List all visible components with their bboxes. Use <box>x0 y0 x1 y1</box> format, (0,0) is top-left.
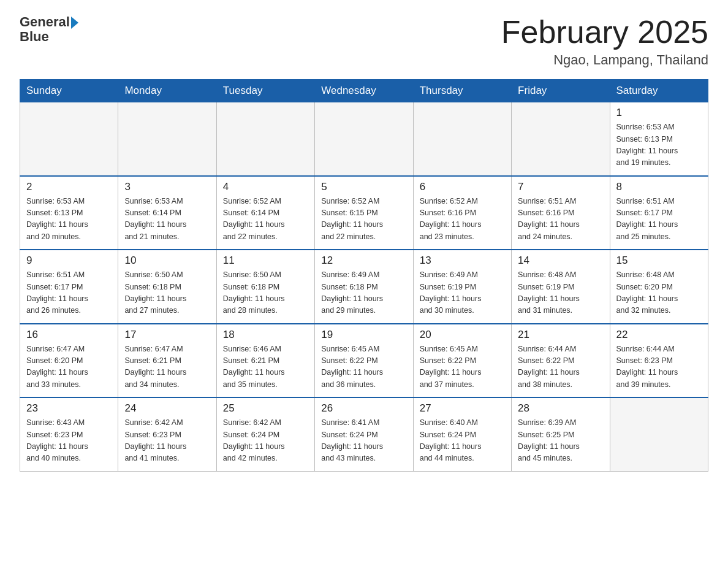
day-number: 2 <box>26 181 112 193</box>
location-title: Ngao, Lampang, Thailand <box>501 52 708 68</box>
day-info: Sunrise: 6:43 AM Sunset: 6:23 PM Dayligh… <box>26 417 112 465</box>
day-number: 8 <box>616 181 702 193</box>
table-row: 4Sunrise: 6:52 AM Sunset: 6:14 PM Daylig… <box>216 176 314 250</box>
day-number: 28 <box>518 402 603 415</box>
table-row: 13Sunrise: 6:49 AM Sunset: 6:19 PM Dayli… <box>413 250 511 324</box>
day-number: 18 <box>223 329 308 341</box>
table-row: 7Sunrise: 6:51 AM Sunset: 6:16 PM Daylig… <box>512 176 610 250</box>
table-row: 21Sunrise: 6:44 AM Sunset: 6:22 PM Dayli… <box>512 324 610 398</box>
day-info: Sunrise: 6:48 AM Sunset: 6:19 PM Dayligh… <box>518 269 603 317</box>
day-info: Sunrise: 6:51 AM Sunset: 6:17 PM Dayligh… <box>616 196 702 243</box>
table-row: 20Sunrise: 6:45 AM Sunset: 6:22 PM Dayli… <box>413 324 511 398</box>
table-row: 11Sunrise: 6:50 AM Sunset: 6:18 PM Dayli… <box>216 250 314 324</box>
day-info: Sunrise: 6:45 AM Sunset: 6:22 PM Dayligh… <box>420 343 505 391</box>
table-row: 27Sunrise: 6:40 AM Sunset: 6:24 PM Dayli… <box>413 397 511 471</box>
day-number: 6 <box>420 181 505 193</box>
table-row: 17Sunrise: 6:47 AM Sunset: 6:21 PM Dayli… <box>118 324 216 398</box>
weekday-header-row: Sunday Monday Tuesday Wednesday Thursday… <box>20 80 708 102</box>
table-row <box>216 102 314 176</box>
table-row: 28Sunrise: 6:39 AM Sunset: 6:25 PM Dayli… <box>512 397 610 471</box>
day-number: 10 <box>124 255 210 267</box>
day-number: 26 <box>321 402 406 415</box>
day-info: Sunrise: 6:47 AM Sunset: 6:21 PM Dayligh… <box>124 343 210 391</box>
table-row: 19Sunrise: 6:45 AM Sunset: 6:22 PM Dayli… <box>315 324 413 398</box>
day-number: 16 <box>26 329 112 341</box>
day-info: Sunrise: 6:44 AM Sunset: 6:22 PM Dayligh… <box>518 343 603 391</box>
table-row: 9Sunrise: 6:51 AM Sunset: 6:17 PM Daylig… <box>20 250 118 324</box>
table-row: 5Sunrise: 6:52 AM Sunset: 6:15 PM Daylig… <box>315 176 413 250</box>
calendar-table: Sunday Monday Tuesday Wednesday Thursday… <box>20 79 708 472</box>
table-row: 22Sunrise: 6:44 AM Sunset: 6:23 PM Dayli… <box>610 324 708 398</box>
table-row <box>118 102 216 176</box>
day-number: 1 <box>616 107 702 119</box>
day-number: 25 <box>223 402 308 415</box>
month-title: February 2025 <box>501 15 708 50</box>
table-row <box>413 102 511 176</box>
day-info: Sunrise: 6:41 AM Sunset: 6:24 PM Dayligh… <box>321 417 406 465</box>
day-info: Sunrise: 6:52 AM Sunset: 6:14 PM Dayligh… <box>223 196 308 243</box>
day-number: 21 <box>518 329 603 341</box>
table-row: 25Sunrise: 6:42 AM Sunset: 6:24 PM Dayli… <box>216 397 314 471</box>
day-info: Sunrise: 6:52 AM Sunset: 6:16 PM Dayligh… <box>420 196 505 243</box>
calendar-week-row: 16Sunrise: 6:47 AM Sunset: 6:20 PM Dayli… <box>20 324 708 398</box>
table-row: 18Sunrise: 6:46 AM Sunset: 6:21 PM Dayli… <box>216 324 314 398</box>
header-monday: Monday <box>118 80 216 102</box>
table-row <box>20 102 118 176</box>
day-info: Sunrise: 6:47 AM Sunset: 6:20 PM Dayligh… <box>26 343 112 391</box>
day-number: 22 <box>616 329 702 341</box>
header-wednesday: Wednesday <box>315 80 413 102</box>
day-info: Sunrise: 6:51 AM Sunset: 6:17 PM Dayligh… <box>26 269 112 317</box>
day-info: Sunrise: 6:51 AM Sunset: 6:16 PM Dayligh… <box>518 196 603 243</box>
day-number: 12 <box>321 255 406 267</box>
table-row <box>512 102 610 176</box>
day-number: 4 <box>223 181 308 193</box>
header-friday: Friday <box>512 80 610 102</box>
day-info: Sunrise: 6:46 AM Sunset: 6:21 PM Dayligh… <box>223 343 308 391</box>
day-info: Sunrise: 6:49 AM Sunset: 6:18 PM Dayligh… <box>321 269 406 317</box>
table-row: 14Sunrise: 6:48 AM Sunset: 6:19 PM Dayli… <box>512 250 610 324</box>
day-number: 24 <box>124 402 210 415</box>
calendar-week-row: 1Sunrise: 6:53 AM Sunset: 6:13 PM Daylig… <box>20 102 708 176</box>
logo: General Blue <box>20 15 78 44</box>
day-info: Sunrise: 6:39 AM Sunset: 6:25 PM Dayligh… <box>518 417 603 465</box>
day-info: Sunrise: 6:53 AM Sunset: 6:14 PM Dayligh… <box>124 196 210 243</box>
table-row: 15Sunrise: 6:48 AM Sunset: 6:20 PM Dayli… <box>610 250 708 324</box>
table-row: 26Sunrise: 6:41 AM Sunset: 6:24 PM Dayli… <box>315 397 413 471</box>
logo-arrow-icon <box>71 17 78 29</box>
table-row: 23Sunrise: 6:43 AM Sunset: 6:23 PM Dayli… <box>20 397 118 471</box>
table-row <box>610 397 708 471</box>
logo-general: General <box>20 15 70 29</box>
page-header: General Blue February 2025 Ngao, Lampang… <box>20 15 708 68</box>
day-info: Sunrise: 6:48 AM Sunset: 6:20 PM Dayligh… <box>616 269 702 317</box>
day-number: 9 <box>26 255 112 267</box>
table-row: 16Sunrise: 6:47 AM Sunset: 6:20 PM Dayli… <box>20 324 118 398</box>
table-row <box>315 102 413 176</box>
table-row: 10Sunrise: 6:50 AM Sunset: 6:18 PM Dayli… <box>118 250 216 324</box>
day-number: 7 <box>518 181 603 193</box>
day-number: 23 <box>26 402 112 415</box>
day-info: Sunrise: 6:42 AM Sunset: 6:24 PM Dayligh… <box>223 417 308 465</box>
logo-blue: Blue <box>20 29 49 44</box>
table-row: 12Sunrise: 6:49 AM Sunset: 6:18 PM Dayli… <box>315 250 413 324</box>
day-info: Sunrise: 6:50 AM Sunset: 6:18 PM Dayligh… <box>223 269 308 317</box>
calendar-week-row: 2Sunrise: 6:53 AM Sunset: 6:13 PM Daylig… <box>20 176 708 250</box>
day-info: Sunrise: 6:45 AM Sunset: 6:22 PM Dayligh… <box>321 343 406 391</box>
day-number: 20 <box>420 329 505 341</box>
table-row: 8Sunrise: 6:51 AM Sunset: 6:17 PM Daylig… <box>610 176 708 250</box>
table-row: 2Sunrise: 6:53 AM Sunset: 6:13 PM Daylig… <box>20 176 118 250</box>
day-number: 17 <box>124 329 210 341</box>
day-info: Sunrise: 6:52 AM Sunset: 6:15 PM Dayligh… <box>321 196 406 243</box>
table-row: 3Sunrise: 6:53 AM Sunset: 6:14 PM Daylig… <box>118 176 216 250</box>
day-number: 13 <box>420 255 505 267</box>
day-number: 3 <box>124 181 210 193</box>
day-number: 19 <box>321 329 406 341</box>
calendar-week-row: 9Sunrise: 6:51 AM Sunset: 6:17 PM Daylig… <box>20 250 708 324</box>
table-row: 24Sunrise: 6:42 AM Sunset: 6:23 PM Dayli… <box>118 397 216 471</box>
day-number: 14 <box>518 255 603 267</box>
header-thursday: Thursday <box>413 80 511 102</box>
header-tuesday: Tuesday <box>216 80 314 102</box>
day-number: 11 <box>223 255 308 267</box>
day-info: Sunrise: 6:42 AM Sunset: 6:23 PM Dayligh… <box>124 417 210 465</box>
day-number: 5 <box>321 181 406 193</box>
day-info: Sunrise: 6:53 AM Sunset: 6:13 PM Dayligh… <box>616 121 702 169</box>
